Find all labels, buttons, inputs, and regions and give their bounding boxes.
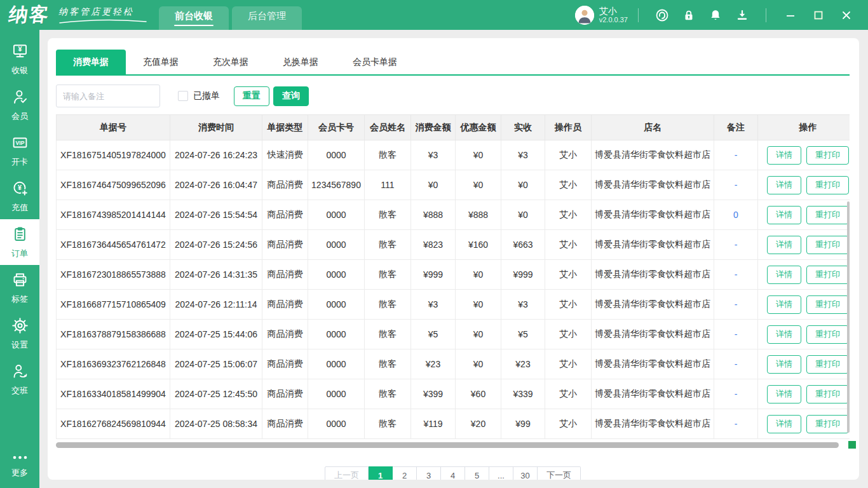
page-button-5[interactable]: 5 bbox=[465, 466, 489, 480]
sidebar-item-settings[interactable]: 设置 bbox=[0, 311, 39, 356]
detail-button[interactable]: 详情 bbox=[767, 146, 801, 165]
table-row: XF18163340185814999042024-07-25 12:45:50… bbox=[57, 379, 850, 409]
sidebar: ¥ 收银 会员 VIP 开卡 ¥ 充值 订单 标签 bbox=[0, 30, 39, 488]
reprint-button[interactable]: 重打印 bbox=[806, 236, 849, 254]
reprint-button[interactable]: 重打印 bbox=[806, 325, 849, 344]
cell-note[interactable]: - bbox=[714, 320, 758, 349]
cell-type: 商品消费 bbox=[262, 260, 308, 290]
sidebar-item-member[interactable]: 会员 bbox=[0, 82, 39, 128]
reprint-button[interactable]: 重打印 bbox=[806, 176, 849, 194]
sidebar-item-label[interactable]: 标签 bbox=[0, 265, 39, 311]
cell-amount: ¥999 bbox=[411, 260, 456, 290]
download-icon[interactable] bbox=[729, 0, 756, 30]
content-card: 消费单据 充值单据 充次单据 兑换单据 会员卡单据 已撤单 重置 查询 单据号消… bbox=[48, 38, 859, 480]
revoked-checkbox-label: 已撤单 bbox=[193, 90, 220, 102]
page-ellipsis[interactable]: ... bbox=[489, 466, 513, 480]
close-button[interactable] bbox=[832, 0, 860, 30]
sidebar-item-orders[interactable]: 订单 bbox=[0, 219, 39, 265]
sidebar-item-shift[interactable]: 交班 bbox=[0, 356, 39, 402]
cell-note[interactable]: - bbox=[714, 290, 758, 320]
lock-icon[interactable] bbox=[675, 0, 702, 30]
page-button-3[interactable]: 3 bbox=[417, 466, 441, 480]
tab-consume-orders[interactable]: 消费单据 bbox=[56, 50, 126, 74]
cell-time: 2024-07-25 15:44:06 bbox=[170, 320, 262, 349]
query-button[interactable]: 查询 bbox=[273, 86, 309, 106]
cell-note[interactable]: - bbox=[714, 409, 758, 439]
cell-amount: ¥119 bbox=[411, 409, 456, 439]
detail-button[interactable]: 详情 bbox=[767, 385, 801, 403]
cell-note[interactable]: - bbox=[714, 230, 758, 260]
tab-member-card-orders[interactable]: 会员卡单据 bbox=[336, 50, 414, 74]
cell-card: 0000 bbox=[308, 409, 365, 439]
table-row: XF18167514051978240002024-07-26 16:24:23… bbox=[57, 140, 850, 170]
user-info: 艾小 v2.0.0.37 bbox=[599, 6, 628, 24]
reprint-button[interactable]: 重打印 bbox=[806, 146, 849, 165]
cell-note[interactable]: 0 bbox=[714, 200, 758, 230]
cell-id: XF1816746475099652096 bbox=[57, 170, 170, 200]
avatar[interactable] bbox=[575, 6, 594, 25]
cell-paid: ¥5 bbox=[501, 320, 545, 349]
detail-button[interactable]: 详情 bbox=[767, 236, 801, 254]
cell-discount: ¥60 bbox=[456, 379, 501, 409]
column-header-paid: 实收 bbox=[501, 115, 545, 140]
tab-times-orders[interactable]: 充次单据 bbox=[196, 50, 266, 74]
cell-note[interactable]: - bbox=[714, 140, 758, 170]
revoked-checkbox[interactable] bbox=[178, 91, 188, 101]
cell-note[interactable]: - bbox=[714, 260, 758, 290]
reprint-button[interactable]: 重打印 bbox=[806, 355, 849, 374]
minimize-button[interactable] bbox=[776, 0, 804, 30]
cell-card: 0000 bbox=[308, 349, 365, 379]
cell-note[interactable]: - bbox=[714, 170, 758, 200]
cell-note[interactable]: - bbox=[714, 379, 758, 409]
vertical-scrollbar[interactable] bbox=[847, 201, 850, 433]
sidebar-item-recharge[interactable]: ¥ 充值 bbox=[0, 173, 39, 219]
cell-discount: ¥0 bbox=[456, 260, 501, 290]
cell-actions: 详情重打印 bbox=[758, 200, 850, 230]
page-button-1[interactable]: 1 bbox=[369, 466, 393, 480]
sidebar-item-cashier[interactable]: ¥ 收银 bbox=[0, 36, 39, 82]
reprint-button[interactable]: 重打印 bbox=[806, 266, 849, 284]
next-page-button[interactable]: 下一页 bbox=[538, 466, 581, 480]
tab-recharge-orders[interactable]: 充值单据 bbox=[126, 50, 196, 74]
table-header-row: 单据号消费时间单据类型会员卡号会员姓名消费金额优惠金额实收操作员店名备注操作 bbox=[57, 115, 850, 140]
cell-card: 0000 bbox=[308, 320, 365, 349]
nav-tab-backend[interactable]: 后台管理 bbox=[232, 6, 302, 30]
tab-exchange-orders[interactable]: 兑换单据 bbox=[266, 50, 336, 74]
page-button-30[interactable]: 30 bbox=[513, 466, 538, 480]
sidebar-item-open-card[interactable]: VIP 开卡 bbox=[0, 128, 39, 173]
logo-text: 纳客 bbox=[7, 2, 51, 28]
customer-service-icon[interactable] bbox=[649, 0, 675, 30]
cell-paid: ¥0 bbox=[501, 170, 545, 200]
sidebar-item-more[interactable]: 更多 bbox=[0, 447, 39, 484]
detail-button[interactable]: 详情 bbox=[767, 325, 801, 344]
detail-button[interactable]: 详情 bbox=[767, 355, 801, 374]
cell-note[interactable]: - bbox=[714, 349, 758, 379]
nav-tab-front-cashier[interactable]: 前台收银 bbox=[159, 6, 229, 30]
cell-operator: 艾小 bbox=[545, 320, 592, 349]
page-button-2[interactable]: 2 bbox=[393, 466, 417, 480]
divider bbox=[766, 8, 766, 22]
cell-paid: ¥999 bbox=[501, 260, 545, 290]
reprint-button[interactable]: 重打印 bbox=[806, 385, 849, 403]
detail-button[interactable]: 详情 bbox=[767, 295, 801, 314]
detail-button[interactable]: 详情 bbox=[767, 206, 801, 224]
bell-icon[interactable] bbox=[702, 0, 729, 30]
prev-page-button[interactable]: 上一页 bbox=[325, 466, 369, 480]
reprint-button[interactable]: 重打印 bbox=[806, 206, 849, 224]
cell-actions: 详情重打印 bbox=[758, 379, 850, 409]
column-header-operator: 操作员 bbox=[545, 115, 592, 140]
detail-button[interactable]: 详情 bbox=[767, 266, 801, 284]
detail-button[interactable]: 详情 bbox=[767, 176, 801, 194]
reprint-button[interactable]: 重打印 bbox=[806, 295, 849, 314]
detail-button[interactable]: 详情 bbox=[767, 415, 801, 433]
maximize-button[interactable] bbox=[804, 0, 832, 30]
cell-id: XF1816736445654761472 bbox=[57, 230, 170, 260]
note-search-input[interactable] bbox=[56, 85, 160, 107]
page-button-4[interactable]: 4 bbox=[441, 466, 465, 480]
cell-name: 散客 bbox=[365, 200, 411, 230]
column-header-amount: 消费金额 bbox=[411, 115, 456, 140]
table-row: XF18163788791583866882024-07-25 15:44:06… bbox=[57, 320, 850, 349]
reset-button[interactable]: 重置 bbox=[234, 86, 269, 106]
horizontal-scrollbar[interactable] bbox=[56, 442, 839, 448]
reprint-button[interactable]: 重打印 bbox=[806, 415, 849, 433]
